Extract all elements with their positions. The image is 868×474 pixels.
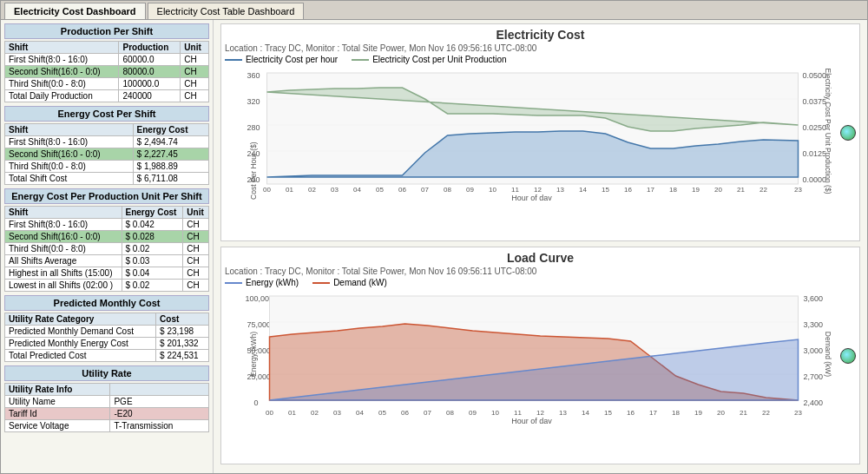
svg-text:17: 17	[649, 409, 657, 417]
legend-line-green	[352, 59, 369, 61]
svg-text:23: 23	[794, 409, 802, 417]
legend-item-cost-per-hour: Electricity Cost per hour	[225, 55, 338, 64]
svg-text:280: 280	[247, 123, 260, 132]
svg-text:0.0000: 0.0000	[803, 175, 827, 184]
table-row: Third Shift(0:0 - 8:0)$ 0.02CH	[5, 243, 209, 255]
legend-label-demand: Demand (kW)	[333, 278, 387, 287]
main-content: Production Per Shift Shift Production Un…	[1, 20, 867, 473]
svg-text:08: 08	[444, 186, 451, 194]
legend-item-demand: Demand (kW)	[312, 278, 387, 287]
load-curve-title: Load Curve	[225, 251, 856, 265]
svg-text:02: 02	[308, 186, 316, 194]
svg-text:15: 15	[604, 409, 612, 417]
tab-electricity-cost-table[interactable]: Electricity Cost Table Dashboard	[148, 3, 305, 19]
svg-text:14: 14	[579, 186, 587, 194]
legend-line-blue	[225, 59, 242, 61]
col-shift: Shift	[5, 42, 119, 54]
electricity-cost-title: Electricity Cost	[225, 28, 856, 42]
svg-text:Energy (kWh): Energy (kWh)	[249, 332, 258, 377]
svg-text:Hour of day: Hour of day	[511, 194, 552, 201]
svg-text:17: 17	[647, 186, 654, 194]
table-row: Third Shift(0:0 - 8:0)100000.0CH	[5, 78, 209, 90]
green-indicator-electricity[interactable]	[840, 125, 856, 141]
left-panel: Production Per Shift Shift Production Un…	[1, 20, 214, 473]
svg-text:3,300: 3,300	[804, 320, 824, 329]
svg-text:360: 360	[247, 71, 260, 80]
svg-text:09: 09	[466, 186, 474, 194]
table-row: Highest in all Shifts (15:00)$ 0.04CH	[5, 267, 209, 280]
svg-text:08: 08	[446, 409, 454, 417]
svg-text:22: 22	[760, 186, 767, 194]
svg-text:14: 14	[582, 409, 589, 417]
svg-text:00: 00	[263, 186, 271, 194]
svg-text:3,600: 3,600	[804, 294, 824, 303]
svg-text:3,000: 3,000	[804, 346, 824, 355]
load-curve-svg: 100,000 75,000 50,000 25,000 0 Energy (k…	[225, 289, 856, 424]
electricity-cost-legend: Electricity Cost per hour Electricity Co…	[225, 55, 856, 64]
table-row: Lowest in all Shifts (02:00 )$ 0.02CH	[5, 280, 209, 292]
table-row: Second Shift(16:0 - 0:0)$ 2,227.45	[5, 148, 209, 161]
svg-text:Electricity Cost Per Hour ($): Electricity Cost Per Hour ($)	[249, 142, 258, 201]
electricity-cost-chart: Electricity Cost Location : Tracy DC, Mo…	[220, 23, 860, 241]
svg-text:10: 10	[489, 186, 496, 194]
legend-label-cost-per-unit: Electricity Cost per Unit Production	[372, 55, 507, 64]
svg-text:21: 21	[737, 186, 745, 194]
svg-text:20: 20	[714, 186, 722, 194]
svg-text:02: 02	[311, 409, 319, 417]
electricity-cost-subtitle: Location : Tracy DC, Monitor : Total Sit…	[225, 43, 856, 53]
utility-rate-table: Utility Rate Info Utility NamePGE Tariff…	[4, 383, 209, 432]
svg-text:2,700: 2,700	[804, 372, 824, 381]
svg-text:75,000: 75,000	[247, 320, 272, 329]
electricity-cost-svg: 360 320 280 240 200 Electricity Cost Per…	[225, 66, 856, 201]
table-row: First Shift(8:0 - 16:0)$ 0.042CH	[5, 219, 209, 231]
legend-line-energy	[225, 282, 242, 284]
svg-text:23: 23	[794, 186, 802, 194]
svg-text:12: 12	[534, 186, 542, 194]
predicted-monthly-cost-table: Utility Rate Category Cost Predicted Mon…	[4, 313, 209, 362]
svg-text:2,400: 2,400	[804, 398, 824, 407]
svg-text:09: 09	[469, 409, 477, 417]
svg-text:0.0500: 0.0500	[803, 71, 827, 80]
load-curve-chart-area: 100,000 75,000 50,000 25,000 0 Energy (k…	[225, 289, 856, 460]
table-row: Total Daily Production240000CH	[5, 90, 209, 102]
energy-cost-per-shift-table: Shift Energy Cost First Shift(8:0 - 16:0…	[4, 123, 209, 185]
green-indicator-load[interactable]	[840, 348, 856, 364]
table-row: Total Shift Cost$ 6,711.08	[5, 173, 209, 185]
svg-text:13: 13	[556, 186, 564, 194]
svg-text:00: 00	[266, 409, 273, 417]
table-row: Second Shift(16:0 - 0:0)80000.0CH	[5, 66, 209, 78]
svg-text:07: 07	[424, 409, 431, 417]
svg-text:11: 11	[511, 186, 519, 194]
svg-text:19: 19	[692, 186, 700, 194]
col-unit: Unit	[181, 42, 209, 54]
svg-text:11: 11	[514, 409, 522, 417]
load-curve-subtitle: Location : Tracy DC, Monitor : Total Sit…	[225, 267, 856, 276]
svg-text:18: 18	[672, 409, 680, 417]
svg-text:04: 04	[356, 409, 364, 417]
legend-item-energy: Energy (kWh)	[225, 278, 299, 287]
table-row: First Shift(8:0 - 16:0)60000.0CH	[5, 54, 209, 66]
load-curve-legend: Energy (kWh) Demand (kW)	[225, 278, 856, 287]
energy-cost-per-unit-table: Shift Energy Cost Unit First Shift(8:0 -…	[4, 206, 209, 292]
table-row: Predicted Monthly Demand Cost$ 23,198	[5, 326, 209, 338]
svg-text:06: 06	[401, 409, 409, 417]
table-row: Utility NamePGE	[5, 396, 209, 408]
table-row: Total Predicted Cost$ 224,531	[5, 350, 209, 362]
tabs-bar: Electricity Cost Dashboard Electricity C…	[1, 1, 867, 20]
svg-text:03: 03	[333, 409, 341, 417]
load-curve-chart: Load Curve Location : Tracy DC, Monitor …	[220, 247, 860, 464]
svg-text:04: 04	[353, 186, 361, 194]
svg-text:320: 320	[247, 97, 260, 106]
table-row: Second Shift(16:0 - 0:0)$ 0.028CH	[5, 231, 209, 243]
production-per-shift-table: Shift Production Unit First Shift(8:0 - …	[4, 41, 209, 102]
svg-text:18: 18	[669, 186, 677, 194]
svg-text:Demand (kW): Demand (kW)	[824, 332, 832, 378]
table-row: Predicted Monthly Energy Cost$ 201,332	[5, 338, 209, 350]
svg-text:03: 03	[331, 186, 339, 194]
svg-text:Hour of day: Hour of day	[511, 417, 552, 424]
svg-text:13: 13	[559, 409, 567, 417]
svg-text:05: 05	[376, 186, 384, 194]
svg-text:Electricity Cost Per Unit Prod: Electricity Cost Per Unit Production ($)	[824, 68, 832, 194]
energy-cost-per-unit-header: Energy Cost Per Production Unit Per Shif…	[4, 188, 209, 204]
tab-electricity-cost-dashboard[interactable]: Electricity Cost Dashboard	[4, 3, 146, 19]
